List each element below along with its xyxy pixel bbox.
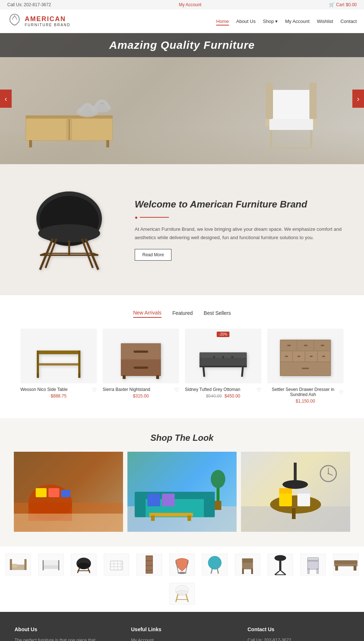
svg-rect-5 xyxy=(29,140,32,147)
cat-metal-bed[interactable] xyxy=(38,554,64,575)
cat-wood-panel[interactable] xyxy=(136,554,162,575)
cat-bar-stool[interactable] xyxy=(268,554,293,575)
svg-rect-74 xyxy=(14,514,123,532)
look-grid xyxy=(7,452,357,532)
svg-rect-93 xyxy=(279,492,292,506)
svg-rect-133 xyxy=(242,562,253,569)
product-image-2[interactable] xyxy=(103,329,179,383)
cat-eames-chair[interactable] xyxy=(169,583,195,605)
cat-dark-chair[interactable] xyxy=(71,554,96,575)
product-price-3: $540.00 $450.00 xyxy=(185,393,261,399)
welcome-heading: Welcome to American Furniture Brand xyxy=(135,199,342,210)
svg-rect-79 xyxy=(135,492,146,517)
svg-rect-109 xyxy=(58,560,59,570)
look-item-1[interactable] xyxy=(14,452,123,532)
svg-rect-72 xyxy=(48,488,59,497)
svg-line-131 xyxy=(211,569,212,574)
svg-rect-6 xyxy=(106,140,109,147)
svg-rect-149 xyxy=(353,566,356,571)
tab-best-sellers[interactable]: Best Sellers xyxy=(204,310,231,318)
read-more-button[interactable]: Read More xyxy=(135,249,171,261)
divider-dot: ● xyxy=(135,214,138,220)
footer: About Us The perfect furniture is that o… xyxy=(0,612,364,641)
product-card-1: Wesson Nico Side Table ♡ $888.75 xyxy=(20,329,97,404)
look-item-3[interactable] xyxy=(241,452,350,532)
product-wishlist-3[interactable]: ♡ xyxy=(257,387,261,393)
hero-inner: Amazing Quality Furniture xyxy=(0,33,364,164)
svg-rect-145 xyxy=(317,569,318,574)
cart-info[interactable]: 🛒 Cart $0.00 xyxy=(329,2,357,7)
product-image-4[interactable] xyxy=(267,329,344,383)
logo[interactable]: AMERICAN FURNITURE BRAND xyxy=(7,12,71,30)
footer-phone: Call Us: 202-817-3672 xyxy=(248,637,349,641)
hero-prev-button[interactable]: ‹ xyxy=(0,90,12,108)
product-card-4: Settler Seven Drawer Dresser in Sundried… xyxy=(267,329,344,404)
hero-banner-text: Amazing Quality Furniture xyxy=(0,33,364,57)
svg-rect-38 xyxy=(134,351,148,353)
nav-item-home[interactable]: Home xyxy=(216,18,229,24)
cat-ghost-chair[interactable] xyxy=(300,554,326,575)
svg-rect-71 xyxy=(36,488,47,497)
svg-rect-85 xyxy=(187,515,191,521)
svg-rect-73 xyxy=(61,490,70,497)
look-item-2[interactable] xyxy=(127,452,237,532)
cat-bed[interactable] xyxy=(5,554,31,575)
svg-rect-124 xyxy=(146,561,153,565)
my-account-link[interactable]: My Account xyxy=(179,2,201,7)
top-bar: Call Us: 202-817-3672 My Account 🛒 Cart … xyxy=(0,0,364,9)
nav-item-contact[interactable]: Contact xyxy=(340,18,357,24)
hero-slider: Amazing Quality Furniture ‹ › xyxy=(0,33,364,164)
svg-rect-31 xyxy=(37,351,39,374)
svg-point-137 xyxy=(274,555,286,561)
product-name-1: Wesson Nico Side Table xyxy=(20,387,68,392)
svg-rect-126 xyxy=(146,571,153,573)
svg-point-98 xyxy=(282,480,308,489)
nav-item-shop[interactable]: Shop ▾ xyxy=(263,18,278,24)
nav-links: Home About Us Shop ▾ My Account Wishlist… xyxy=(216,18,357,24)
tab-new-arrivals[interactable]: New Arrivals xyxy=(133,310,162,318)
svg-rect-116 xyxy=(110,561,123,570)
cat-wire-basket[interactable] xyxy=(104,554,129,575)
main-nav: AMERICAN FURNITURE BRAND Home About Us S… xyxy=(0,9,364,33)
svg-rect-2 xyxy=(26,119,66,140)
nav-item-about[interactable]: About Us xyxy=(236,18,256,24)
svg-point-47 xyxy=(213,356,215,358)
categories-row xyxy=(0,546,364,612)
cart-amount: $0.00 xyxy=(346,2,357,7)
product-price-2: $315.00 xyxy=(103,393,179,399)
cat-simple-chair[interactable] xyxy=(235,554,260,575)
shop-look-section: Shop The Look xyxy=(0,418,364,546)
svg-rect-147 xyxy=(334,560,357,564)
cat-acapulco-chair[interactable] xyxy=(169,554,195,575)
product-wishlist-1[interactable]: ♡ xyxy=(92,387,97,393)
product-wishlist-2[interactable]: ♡ xyxy=(174,387,179,393)
cat-bench[interactable] xyxy=(333,554,359,575)
welcome-body: At American Furniture Brand, we love bri… xyxy=(135,225,342,241)
footer-about-body: The perfect furniture is that one piece … xyxy=(15,637,116,641)
product-image-3[interactable]: -20% xyxy=(185,329,261,383)
svg-rect-110 xyxy=(44,560,58,565)
footer-contact: Contact Us Call Us: 202-817-3672 America… xyxy=(248,626,349,641)
nav-item-wishlist[interactable]: Wishlist xyxy=(317,18,333,24)
tab-featured[interactable]: Featured xyxy=(173,310,193,318)
svg-rect-8 xyxy=(266,83,273,119)
cat-round-chair[interactable] xyxy=(202,554,228,575)
product-wishlist-4[interactable]: ♡ xyxy=(339,389,344,395)
svg-rect-96 xyxy=(297,488,310,494)
svg-point-49 xyxy=(231,356,233,358)
svg-rect-9 xyxy=(309,83,317,119)
svg-rect-82 xyxy=(162,494,175,506)
footer-link-account[interactable]: My Account xyxy=(131,637,233,641)
svg-rect-136 xyxy=(251,569,253,574)
hero-sculpture xyxy=(73,83,116,128)
product-name-2: Sierra Baxter Nightstand xyxy=(103,387,150,392)
svg-rect-45 xyxy=(241,366,244,377)
svg-rect-59 xyxy=(287,345,291,346)
svg-rect-63 xyxy=(297,356,300,357)
product-price-1: $888.75 xyxy=(20,393,97,399)
product-image-1[interactable] xyxy=(20,329,97,383)
nav-item-account[interactable]: My Account xyxy=(285,18,309,24)
svg-rect-11 xyxy=(269,119,313,130)
svg-rect-108 xyxy=(43,560,44,570)
hero-next-button[interactable]: › xyxy=(352,90,364,108)
